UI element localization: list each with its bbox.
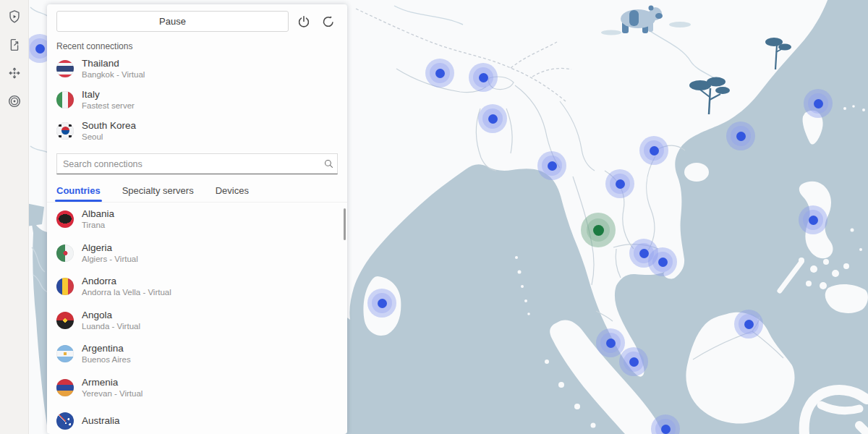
country-item-australia[interactable]: Australia [47,404,347,434]
server-detail: Bangkok - Virtual [82,69,145,80]
pause-button[interactable]: Pause [56,11,289,32]
trigram-mark [69,124,72,127]
trigram-mark [69,135,72,137]
marker-dot [378,299,387,308]
recent-connection-south-korea[interactable]: South KoreaSeoul [47,115,347,146]
marker-dot [650,146,659,156]
marker-dot [744,320,754,329]
country-list: AlbaniaTiranaAlgeriaAlgiers - VirtualAnd… [47,203,347,434]
search-icon [320,158,337,170]
marker-dot [661,425,671,434]
ad-flag-icon [56,278,74,295]
tab-countries[interactable]: Countries [56,185,101,202]
country-item-algeria[interactable]: AlgeriaAlgiers - Virtual [47,237,347,271]
marker-dot [814,99,823,109]
recent-connection-italy[interactable]: ItalyFastest server [47,84,347,115]
country-name: Australia [82,415,120,427]
search-box [56,153,338,174]
kr-flag-icon [56,122,74,140]
server-detail: Algiers - Virtual [82,254,138,264]
trigram-mark [59,135,61,137]
trigram-mark [59,124,61,127]
marker-dot [35,44,45,54]
country-name: Albania [82,208,114,220]
dedicated-ip-icon[interactable] [4,90,25,112]
marker-dot [606,339,616,348]
tab-devices[interactable]: Devices [216,185,249,202]
vpn-shield-icon[interactable] [4,6,25,27]
server-detail: Buenos Aires [82,354,131,365]
taegeuk-symbol [61,127,69,135]
marker-dot [488,114,498,124]
map-hainan [684,163,709,182]
recent-connections-list: ThailandBangkok - VirtualItalyFastest se… [47,53,347,146]
server-detail: Luanda - Virtual [82,321,140,331]
server-detail: Seoul [82,132,136,142]
marker-dot [639,249,649,258]
marker-dot [736,132,746,141]
marker-dot [435,69,445,78]
server-detail: Tirana [82,220,114,230]
tab-specialty-servers[interactable]: Specialty servers [122,185,194,202]
left-icon-rail [0,0,29,434]
marker-dot [593,225,604,236]
file-share-icon[interactable] [4,34,25,56]
scrollbar-thumb[interactable] [344,208,346,240]
it-flag-icon [56,91,74,109]
marker-dot [809,216,818,225]
al-flag-icon [56,210,74,228]
am-flag-icon [56,379,74,396]
marker-dot [658,258,668,267]
country-item-albania[interactable]: AlbaniaTirana [47,203,347,237]
country-name: Argentina [82,343,131,354]
dz-flag-icon [56,244,74,262]
refresh-icon[interactable] [319,12,338,31]
tab-bar: CountriesSpecialty serversDevices [47,174,347,203]
meshnet-icon[interactable] [4,62,25,84]
country-name: Andorra [82,276,171,287]
connection-panel: Pause Recent connections ThailandBangkok… [47,4,347,434]
th-flag-icon [56,60,74,77]
marker-dot [479,73,488,82]
country-name: Algeria [82,242,138,254]
country-item-armenia[interactable]: ArmeniaYerevan - Virtual [47,371,347,405]
marker-dot [616,179,625,189]
country-item-andorra[interactable]: AndorraAndorra la Vella - Virtual [47,270,347,304]
recent-connection-thailand[interactable]: ThailandBangkok - Virtual [47,53,347,84]
marker-dot [629,357,639,367]
country-item-angola[interactable]: AngolaLuanda - Virtual [47,304,347,338]
country-name: Armenia [82,377,142,388]
server-detail: Yerevan - Virtual [82,388,142,399]
country-name: Italy [82,89,135,101]
marker-dot [548,161,557,171]
country-item-argentina[interactable]: ArgentinaBuenos Aires [47,337,347,371]
country-name: South Korea [82,120,136,132]
country-name: Angola [82,310,140,321]
panel-top-row: Pause [47,4,347,32]
server-detail: Fastest server [82,101,135,111]
server-detail: Andorra la Vella - Virtual [82,287,171,297]
search-input[interactable] [57,159,320,169]
nordvpn-window: Pause Recent connections ThailandBangkok… [0,0,868,434]
country-name: Thailand [82,58,145,69]
ar-flag-icon [56,345,74,362]
ao-flag-icon [56,312,74,329]
power-icon[interactable] [294,12,313,31]
au-flag-icon [56,412,74,430]
recent-connections-title: Recent connections [56,41,338,51]
